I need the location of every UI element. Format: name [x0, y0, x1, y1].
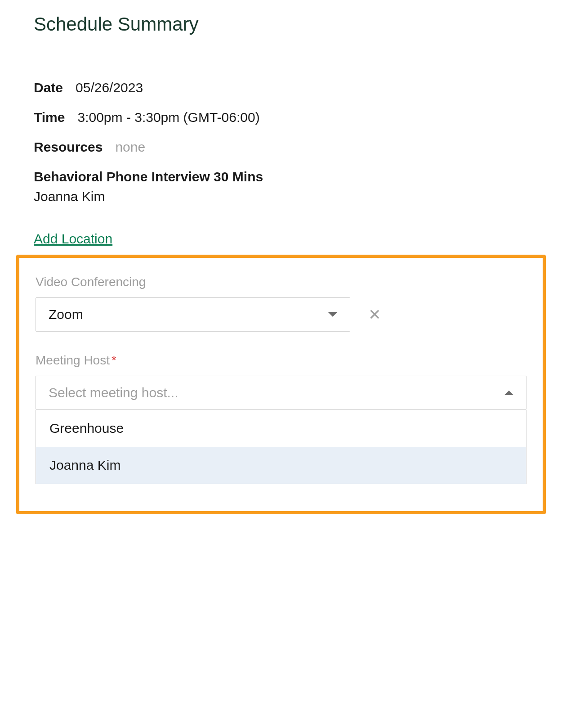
meeting-host-label-text: Meeting Host	[36, 353, 110, 367]
time-label: Time	[34, 110, 65, 125]
video-conferencing-label: Video Conferencing	[36, 275, 526, 289]
interview-title: Behavioral Phone Interview 30 Mins	[34, 169, 528, 184]
summary-time-row: Time 3:00pm - 3:30pm (GMT-06:00)	[34, 110, 528, 125]
meeting-host-option[interactable]: Greenhouse	[36, 410, 526, 447]
summary-resources-row: Resources none	[34, 139, 528, 155]
meeting-host-option[interactable]: Joanna Kim	[36, 447, 526, 484]
time-value: 3:00pm - 3:30pm (GMT-06:00)	[77, 110, 259, 125]
meeting-host-placeholder: Select meeting host...	[49, 385, 178, 400]
video-conferencing-field: Video Conferencing Zoom ✕	[36, 275, 526, 332]
interview-person: Joanna Kim	[34, 189, 528, 204]
video-conferencing-select[interactable]: Zoom	[36, 297, 350, 332]
page-title: Schedule Summary	[34, 13, 528, 35]
resources-value: none	[115, 139, 145, 155]
chevron-down-icon	[328, 312, 337, 317]
summary-date-row: Date 05/26/2023	[34, 80, 528, 95]
date-value: 05/26/2023	[76, 80, 143, 95]
close-icon[interactable]: ✕	[368, 306, 390, 324]
meeting-host-label: Meeting Host*	[36, 353, 526, 368]
meeting-host-select[interactable]: Select meeting host...	[36, 376, 526, 410]
date-label: Date	[34, 80, 63, 95]
chevron-up-icon	[504, 391, 513, 395]
highlighted-section: Video Conferencing Zoom ✕ Meeting Host* …	[16, 255, 546, 514]
meeting-host-field: Meeting Host* Select meeting host... Gre…	[36, 353, 526, 484]
video-conferencing-value: Zoom	[49, 307, 83, 322]
required-star-icon: *	[112, 353, 116, 367]
meeting-host-dropdown: Greenhouse Joanna Kim	[36, 410, 526, 484]
resources-label: Resources	[34, 139, 103, 155]
add-location-link[interactable]: Add Location	[34, 231, 112, 247]
